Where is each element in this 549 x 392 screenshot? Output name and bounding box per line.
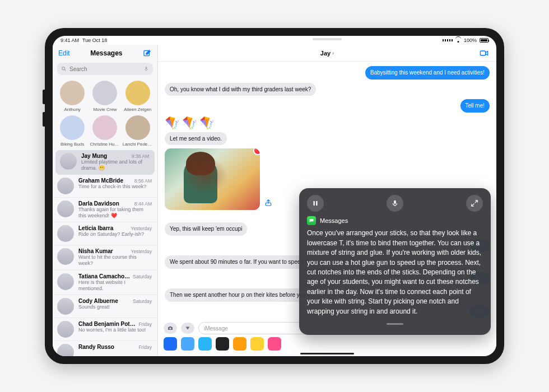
pinned-name: Anthony [64, 107, 80, 112]
svg-point-5 [170, 328, 171, 329]
kite-emoji-row: 🪁🪁🪁 [165, 116, 260, 130]
pinned-contact[interactable]: Aileen Zeigen [123, 81, 153, 112]
conv-name: Randy Russo [78, 344, 136, 350]
sidebar-title: Messages [70, 49, 143, 57]
wifi-icon [455, 38, 461, 43]
conv-name: Tatiana Camacho-Da… [78, 273, 131, 279]
message-out[interactable]: Babysitting this weekend and I need acti… [365, 66, 490, 80]
message-in[interactable]: Then we spent another hour p on their ki… [165, 288, 315, 302]
conv-name: Darla Davidson [78, 200, 132, 207]
siri-app-label: Messages [320, 217, 348, 224]
avatar [57, 225, 74, 242]
pinned-name: Biking Buds [61, 142, 84, 147]
conv-time: Friday [138, 344, 152, 350]
message-in[interactable]: Oh, you know what I did with my third gr… [165, 83, 316, 96]
imessage-app[interactable] [181, 337, 194, 351]
status-bar: 9:41 AM Tue Oct 18 100% [53, 36, 496, 45]
conversation-row[interactable]: Chad Benjamin PotterFriday No worries, I… [53, 318, 157, 341]
conversation-row[interactable]: Leticia IbarraYesterday Ride on Saturday… [53, 222, 157, 245]
pause-button[interactable] [307, 195, 324, 212]
pinned-contact[interactable]: Biking Buds [57, 115, 87, 147]
pinned-name: Aileen Zeigen [124, 107, 151, 112]
conv-time: Friday [138, 321, 152, 327]
avatar [57, 298, 74, 315]
conversation-row[interactable]: Randy RussoFriday [53, 341, 157, 356]
battery-percent: 100% [464, 38, 477, 43]
avatar [57, 273, 74, 290]
svg-rect-7 [314, 201, 315, 206]
conv-time: 8:44 AM [134, 201, 152, 207]
screen: 9:41 AM Tue Oct 18 100% Edit Messages [53, 36, 496, 356]
siri-transcript: Once you've arranged your sticks, so tha… [307, 228, 483, 316]
status-time: 9:41 AM [61, 38, 79, 43]
message-out[interactable]: Tell me! [460, 99, 490, 113]
sheet-grabber[interactable] [387, 323, 403, 325]
avatar [57, 344, 74, 356]
mic-icon[interactable] [143, 66, 149, 72]
svg-rect-3 [480, 51, 485, 55]
imessage-app[interactable] [250, 337, 264, 351]
battery-icon [480, 38, 488, 43]
pinned-name: Movie Crew [93, 107, 117, 112]
svg-rect-8 [316, 201, 317, 206]
conv-preview: Thanks again for taking them this weeken… [78, 207, 152, 220]
conv-time: 9:38 AM [132, 153, 149, 159]
pinned-contact[interactable]: Lanchi Pedersen [123, 115, 153, 147]
conv-preview: Here is that website I mentioned. [78, 279, 152, 292]
video-attachment[interactable]: ❤️ [165, 148, 260, 210]
collapse-button[interactable] [466, 195, 483, 212]
conv-preview: Want to hit the course this week? [78, 254, 152, 267]
messages-app-icon [307, 216, 316, 225]
conversation-row[interactable]: Darla Davidson8:44 AM Thanks again for t… [53, 198, 157, 223]
conversation-row[interactable]: Jay Mung9:38 AM Limited playtime and lot… [55, 150, 155, 175]
app-drawer-button[interactable] [181, 323, 194, 334]
pinned-contact[interactable]: Christine Huang [90, 115, 120, 147]
conversation-pane: Jay › Babysitting this weekend and I nee… [158, 45, 496, 356]
conv-preview: Ride on Saturday? Early-ish? [78, 231, 152, 237]
conv-time: 8:56 AM [134, 178, 152, 184]
conversation-row[interactable]: Nisha KumarYesterday Want to hit the cou… [53, 245, 157, 270]
facetime-button[interactable] [478, 49, 490, 58]
svg-rect-9 [394, 200, 396, 204]
avatar [57, 248, 74, 265]
siri-mic-button[interactable] [387, 195, 403, 212]
conv-time: Saturday [133, 298, 152, 304]
avatar [57, 200, 74, 217]
pinned-contact[interactable]: Movie Crew [90, 81, 120, 112]
conversation-header: Jay › [158, 45, 496, 62]
imessage-app[interactable] [198, 337, 212, 351]
imessage-app[interactable] [268, 337, 281, 351]
search-icon [61, 66, 67, 72]
search-field[interactable] [57, 63, 153, 75]
compose-button[interactable] [143, 49, 152, 58]
search-input[interactable] [69, 66, 141, 72]
multitask-pill[interactable] [313, 38, 342, 40]
message-in[interactable]: Yep, this will keep 'em occupi [165, 222, 247, 236]
conv-name: Nisha Kumar [78, 248, 129, 254]
edit-button[interactable]: Edit [58, 49, 70, 57]
cellular-icon [443, 39, 453, 41]
conversation-row[interactable]: Cody AlbuerneSaturday Sounds great! [53, 295, 157, 318]
avatar [57, 178, 74, 194]
imessage-app[interactable] [216, 337, 229, 351]
status-date: Tue Oct 18 [82, 38, 107, 43]
chevron-right-icon: › [332, 50, 334, 56]
svg-rect-2 [146, 67, 147, 69]
home-indicator[interactable] [300, 353, 354, 354]
ipad-device-frame: 9:41 AM Tue Oct 18 100% Edit Messages [45, 28, 504, 364]
camera-button[interactable] [164, 323, 177, 334]
pinned-contact[interactable]: Anthony [57, 81, 87, 112]
conv-name: Leticia Ibarra [78, 225, 129, 231]
message-in[interactable]: Let me send a video. [165, 132, 227, 146]
contact-name[interactable]: Jay › [320, 50, 334, 57]
share-icon[interactable] [264, 199, 272, 207]
conversation-row[interactable]: Graham McBride8:56 AM Time for a check-i… [53, 175, 157, 198]
pinned-name: Lanchi Pedersen [123, 142, 153, 147]
conv-time: Yesterday [131, 249, 152, 254]
imessage-app[interactable] [233, 337, 246, 351]
conversation-row[interactable]: Tatiana Camacho-Da…Saturday Here is that… [53, 270, 157, 296]
tapback-heart[interactable]: ❤️ [253, 148, 260, 155]
conv-preview: Time for a check-in this week? [78, 184, 152, 190]
imessage-app[interactable] [164, 337, 177, 351]
siri-dictation-card[interactable]: Messages Once you've arranged your stick… [299, 188, 491, 335]
